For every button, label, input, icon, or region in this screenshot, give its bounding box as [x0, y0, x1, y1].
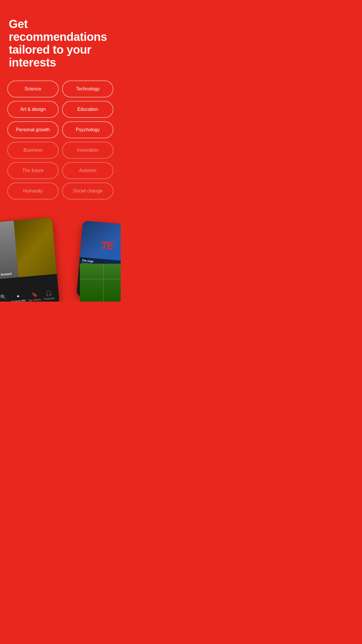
interest-btn-social-change[interactable]: Social change — [62, 183, 113, 200]
interest-btn-personal-growth[interactable]: Personal growth — [7, 121, 59, 138]
interest-btn-art-design[interactable]: Art & design — [7, 101, 59, 118]
interest-btn-psychology[interactable]: Psychology — [62, 121, 113, 138]
search-icon: 🔍 — [0, 294, 7, 301]
sparkle-icon: ✦ — [16, 293, 20, 299]
bookmark-icon: 🔖 — [31, 291, 38, 298]
interest-btn-humanity[interactable]: Humanity — [7, 183, 59, 200]
bottom-area: 15:05 ove forward ks 22 any with For par… — [0, 208, 121, 302]
interest-btn-education[interactable]: Education — [62, 101, 113, 118]
nav-browse[interactable]: 🔍 Browse — [0, 294, 8, 302]
interest-btn-technology[interactable]: Technology — [62, 80, 113, 97]
page-wrapper: Get recommendations tailored to your int… — [0, 0, 121, 302]
interest-btn-activism[interactable]: Activism — [62, 162, 113, 179]
interest-btn-science[interactable]: Science — [7, 80, 59, 97]
nav-podcasts[interactable]: 🎧 Podcasts — [43, 290, 55, 300]
interest-btn-business[interactable]: Business — [7, 142, 59, 159]
nav-library[interactable]: 🔖 My Library — [28, 291, 41, 302]
phone-right-video: TE The magi Prumsodun — [79, 221, 121, 271]
nav-surprise[interactable]: ✦ Surprise Me! — [10, 293, 26, 302]
corner-aerial-image — [80, 264, 121, 302]
phone-left-mockup: 15:05 ove forward ks 22 any with For par… — [0, 217, 59, 302]
interests-grid: Science Technology Art & design Educatio… — [0, 80, 121, 205]
headphones-icon: 🎧 — [45, 290, 52, 297]
page-headline: Get recommendations tailored to your int… — [9, 18, 112, 69]
phone-left-video: 15:05 ove forward — [0, 217, 57, 279]
interest-btn-the-future[interactable]: The future — [7, 162, 59, 179]
interest-btn-innovation[interactable]: Innovation — [62, 142, 113, 159]
ted-logo: TE — [101, 239, 114, 252]
header-section: Get recommendations tailored to your int… — [0, 0, 121, 80]
